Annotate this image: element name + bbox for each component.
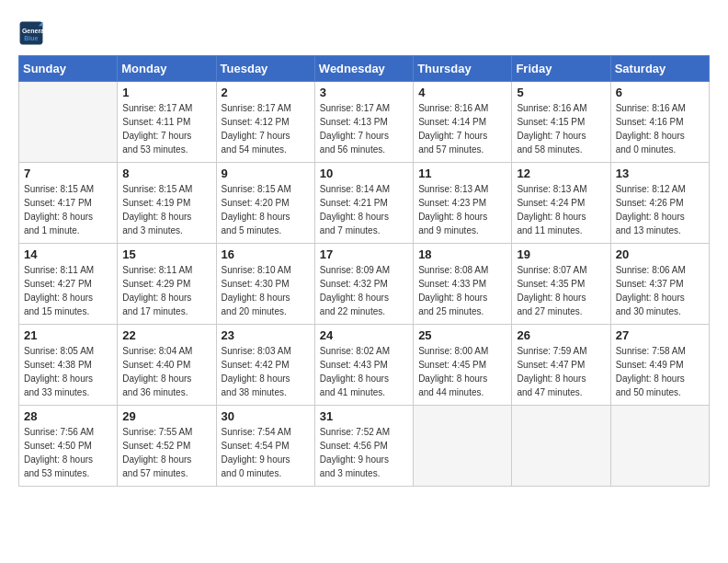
week-row-0: 1Sunrise: 8:17 AM Sunset: 4:11 PM Daylig… (19, 82, 710, 163)
day-number: 20 (616, 247, 704, 261)
day-info: Sunrise: 8:13 AM Sunset: 4:24 PM Dayligh… (517, 182, 605, 237)
day-number: 30 (222, 409, 310, 423)
day-number: 10 (320, 167, 408, 180)
day-number: 23 (222, 328, 310, 342)
calendar-cell: 26Sunrise: 7:59 AM Sunset: 4:47 PM Dayli… (512, 325, 610, 406)
logo: General Blue (18, 20, 48, 46)
day-number: 13 (616, 167, 704, 180)
day-number: 26 (517, 328, 605, 342)
day-number: 9 (222, 167, 310, 180)
day-info: Sunrise: 8:03 AM Sunset: 4:42 PM Dayligh… (222, 344, 310, 399)
calendar-cell: 8Sunrise: 8:15 AM Sunset: 4:19 PM Daylig… (118, 163, 216, 244)
week-row-4: 28Sunrise: 7:56 AM Sunset: 4:50 PM Dayli… (19, 406, 710, 487)
calendar-cell: 20Sunrise: 8:06 AM Sunset: 4:37 PM Dayli… (610, 244, 709, 325)
day-info: Sunrise: 8:16 AM Sunset: 4:14 PM Dayligh… (418, 101, 506, 156)
day-info: Sunrise: 7:58 AM Sunset: 4:49 PM Dayligh… (616, 344, 704, 399)
calendar-cell (19, 82, 118, 163)
calendar-cell: 18Sunrise: 8:08 AM Sunset: 4:33 PM Dayli… (414, 244, 512, 325)
calendar-cell: 4Sunrise: 8:16 AM Sunset: 4:14 PM Daylig… (414, 82, 512, 163)
calendar-cell: 29Sunrise: 7:55 AM Sunset: 4:52 PM Dayli… (118, 406, 216, 487)
calendar-cell: 31Sunrise: 7:52 AM Sunset: 4:56 PM Dayli… (314, 406, 413, 487)
day-info: Sunrise: 8:12 AM Sunset: 4:26 PM Dayligh… (616, 182, 704, 237)
day-info: Sunrise: 8:11 AM Sunset: 4:27 PM Dayligh… (24, 263, 112, 318)
day-info: Sunrise: 8:06 AM Sunset: 4:37 PM Dayligh… (616, 263, 704, 318)
day-number: 4 (418, 86, 506, 99)
day-info: Sunrise: 7:52 AM Sunset: 4:56 PM Dayligh… (320, 425, 408, 480)
weekday-header-wednesday: Wednesday (314, 56, 413, 82)
calendar-cell: 27Sunrise: 7:58 AM Sunset: 4:49 PM Dayli… (610, 325, 709, 406)
calendar-cell (610, 406, 709, 487)
day-info: Sunrise: 8:17 AM Sunset: 4:11 PM Dayligh… (122, 101, 210, 156)
weekday-header-saturday: Saturday (610, 56, 709, 82)
day-info: Sunrise: 8:14 AM Sunset: 4:21 PM Dayligh… (320, 182, 408, 237)
week-row-2: 14Sunrise: 8:11 AM Sunset: 4:27 PM Dayli… (19, 244, 710, 325)
weekday-header-sunday: Sunday (19, 56, 118, 82)
day-number: 1 (122, 86, 210, 99)
calendar-cell: 5Sunrise: 8:16 AM Sunset: 4:15 PM Daylig… (512, 82, 610, 163)
day-info: Sunrise: 8:16 AM Sunset: 4:15 PM Dayligh… (517, 101, 605, 156)
day-number: 22 (122, 328, 210, 342)
calendar-cell: 11Sunrise: 8:13 AM Sunset: 4:23 PM Dayli… (414, 163, 512, 244)
day-info: Sunrise: 7:59 AM Sunset: 4:47 PM Dayligh… (517, 344, 605, 399)
day-info: Sunrise: 8:13 AM Sunset: 4:23 PM Dayligh… (418, 182, 506, 237)
day-info: Sunrise: 8:15 AM Sunset: 4:19 PM Dayligh… (122, 182, 210, 237)
calendar-cell: 9Sunrise: 8:15 AM Sunset: 4:20 PM Daylig… (216, 163, 314, 244)
calendar-cell: 13Sunrise: 8:12 AM Sunset: 4:26 PM Dayli… (610, 163, 709, 244)
logo-icon: General Blue (18, 20, 44, 46)
calendar-cell (414, 406, 512, 487)
weekday-header-friday: Friday (512, 56, 610, 82)
day-info: Sunrise: 7:55 AM Sunset: 4:52 PM Dayligh… (122, 425, 210, 480)
calendar-cell: 30Sunrise: 7:54 AM Sunset: 4:54 PM Dayli… (216, 406, 314, 487)
calendar-cell: 14Sunrise: 8:11 AM Sunset: 4:27 PM Dayli… (19, 244, 118, 325)
day-info: Sunrise: 8:17 AM Sunset: 4:12 PM Dayligh… (222, 101, 310, 156)
day-number: 21 (24, 328, 112, 342)
day-info: Sunrise: 8:15 AM Sunset: 4:17 PM Dayligh… (24, 182, 112, 237)
day-number: 7 (24, 167, 112, 180)
day-info: Sunrise: 8:05 AM Sunset: 4:38 PM Dayligh… (24, 344, 112, 399)
calendar-cell (512, 406, 610, 487)
day-info: Sunrise: 7:54 AM Sunset: 4:54 PM Dayligh… (222, 425, 310, 480)
calendar-cell: 22Sunrise: 8:04 AM Sunset: 4:40 PM Dayli… (118, 325, 216, 406)
day-info: Sunrise: 8:10 AM Sunset: 4:30 PM Dayligh… (222, 263, 310, 318)
calendar-cell: 10Sunrise: 8:14 AM Sunset: 4:21 PM Dayli… (314, 163, 413, 244)
header: General Blue (18, 17, 710, 46)
day-number: 12 (517, 167, 605, 180)
day-number: 14 (24, 247, 112, 261)
day-info: Sunrise: 8:04 AM Sunset: 4:40 PM Dayligh… (122, 344, 210, 399)
calendar-cell: 7Sunrise: 8:15 AM Sunset: 4:17 PM Daylig… (19, 163, 118, 244)
calendar-cell: 3Sunrise: 8:17 AM Sunset: 4:13 PM Daylig… (314, 82, 413, 163)
calendar-cell: 23Sunrise: 8:03 AM Sunset: 4:42 PM Dayli… (216, 325, 314, 406)
day-info: Sunrise: 7:56 AM Sunset: 4:50 PM Dayligh… (24, 425, 112, 480)
calendar-cell: 12Sunrise: 8:13 AM Sunset: 4:24 PM Dayli… (512, 163, 610, 244)
day-info: Sunrise: 8:11 AM Sunset: 4:29 PM Dayligh… (122, 263, 210, 318)
calendar-cell: 28Sunrise: 7:56 AM Sunset: 4:50 PM Dayli… (19, 406, 118, 487)
calendar-cell: 17Sunrise: 8:09 AM Sunset: 4:32 PM Dayli… (314, 244, 413, 325)
calendar-cell: 6Sunrise: 8:16 AM Sunset: 4:16 PM Daylig… (610, 82, 709, 163)
day-number: 16 (222, 247, 310, 261)
day-info: Sunrise: 8:00 AM Sunset: 4:45 PM Dayligh… (418, 344, 506, 399)
weekday-header-monday: Monday (118, 56, 216, 82)
svg-text:Blue: Blue (24, 35, 38, 41)
weekday-header-row: SundayMondayTuesdayWednesdayThursdayFrid… (19, 56, 710, 82)
day-number: 29 (122, 409, 210, 423)
svg-text:General: General (22, 28, 44, 34)
day-number: 3 (320, 86, 408, 99)
day-number: 28 (24, 409, 112, 423)
day-info: Sunrise: 8:09 AM Sunset: 4:32 PM Dayligh… (320, 263, 408, 318)
calendar-cell: 1Sunrise: 8:17 AM Sunset: 4:11 PM Daylig… (118, 82, 216, 163)
day-number: 19 (517, 247, 605, 261)
calendar-cell: 24Sunrise: 8:02 AM Sunset: 4:43 PM Dayli… (314, 325, 413, 406)
day-info: Sunrise: 8:08 AM Sunset: 4:33 PM Dayligh… (418, 263, 506, 318)
calendar-cell: 16Sunrise: 8:10 AM Sunset: 4:30 PM Dayli… (216, 244, 314, 325)
day-number: 18 (418, 247, 506, 261)
day-number: 8 (122, 167, 210, 180)
day-number: 6 (616, 86, 704, 99)
day-number: 11 (418, 167, 506, 180)
calendar-table: SundayMondayTuesdayWednesdayThursdayFrid… (18, 55, 710, 487)
calendar-cell: 25Sunrise: 8:00 AM Sunset: 4:45 PM Dayli… (414, 325, 512, 406)
calendar-cell: 19Sunrise: 8:07 AM Sunset: 4:35 PM Dayli… (512, 244, 610, 325)
weekday-header-thursday: Thursday (414, 56, 512, 82)
day-info: Sunrise: 8:07 AM Sunset: 4:35 PM Dayligh… (517, 263, 605, 318)
calendar-cell: 21Sunrise: 8:05 AM Sunset: 4:38 PM Dayli… (19, 325, 118, 406)
week-row-1: 7Sunrise: 8:15 AM Sunset: 4:17 PM Daylig… (19, 163, 710, 244)
